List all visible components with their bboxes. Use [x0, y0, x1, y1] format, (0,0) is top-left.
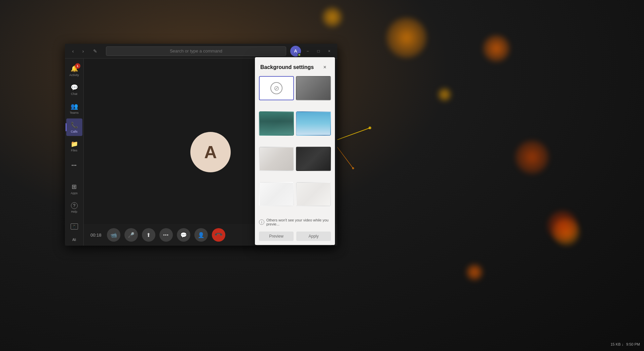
bg-thumb-dark[interactable] — [296, 147, 331, 171]
user-status-indicator — [298, 53, 301, 57]
panel-header: Background settings × — [255, 57, 335, 76]
sidebar-item-help[interactable]: ? Help — [66, 199, 82, 216]
sidebar-item-apps[interactable]: ⊞ Apps — [66, 180, 82, 198]
apply-button[interactable]: Apply — [296, 232, 331, 241]
sidebar-label-files: Files — [71, 149, 77, 152]
chat-button[interactable]: 💬 — [177, 228, 190, 242]
more-icon: ••• — [72, 163, 77, 168]
participants-button[interactable]: 👤 — [194, 228, 208, 242]
search-input[interactable] — [106, 46, 286, 56]
forward-button[interactable]: › — [79, 47, 87, 55]
sidebar-label-chat: Chat — [71, 92, 77, 96]
help-icon: ? — [71, 202, 78, 209]
panel-info: i Others won't see your video while you … — [255, 215, 335, 229]
sidebar-item-files[interactable]: 📁 Files — [66, 137, 82, 155]
panel-footer: Preview Apply — [255, 229, 335, 245]
svg-point-5 — [369, 127, 371, 129]
info-icon: i — [259, 219, 264, 225]
compose-button[interactable]: ✎ — [91, 47, 99, 55]
caller-name-sidebar: Ali — [72, 237, 76, 243]
sidebar-label-apps: Apps — [71, 191, 78, 195]
background-thumbnails-grid: ⊘ — [255, 76, 335, 215]
teams-icon: 👥 — [71, 103, 78, 110]
bg-thumb-white1[interactable] — [259, 182, 294, 206]
sidebar-label-activity: Activity — [69, 73, 79, 77]
end-call-button[interactable]: 📞 — [209, 225, 228, 245]
bg-thumb-none[interactable]: ⊘ — [259, 76, 294, 100]
sidebar-item-calls[interactable]: 📞 Calls — [66, 118, 82, 136]
kb-indicator: 15 KB ↓ — [611, 342, 624, 346]
chat-icon: 💬 — [71, 84, 78, 91]
sidebar-item-more[interactable]: ••• — [66, 157, 82, 174]
share-button[interactable]: ⬆ — [142, 228, 155, 242]
svg-line-0 — [333, 128, 370, 141]
apps-icon: ⊞ — [72, 183, 77, 190]
mute-button[interactable]: 🎤 — [124, 228, 138, 242]
nav-controls: ‹ › — [69, 47, 87, 55]
sidebar-item-chat[interactable]: 💬 Chat — [66, 81, 82, 98]
call-timer: 00:18 — [90, 233, 102, 238]
panel-close-button[interactable]: × — [320, 63, 330, 72]
bg-thumb-minimal[interactable] — [259, 147, 294, 171]
panel-title: Background settings — [260, 64, 314, 70]
sidebar-item-device[interactable]: 📱 — [66, 218, 82, 235]
sidebar-label-teams: Teams — [70, 111, 79, 114]
no-background-icon: ⊘ — [270, 82, 282, 94]
preview-button[interactable]: Preview — [259, 232, 294, 241]
back-button[interactable]: ‹ — [69, 47, 77, 55]
device-icon: 📱 — [71, 223, 78, 230]
status-bar: 15 KB ↓ 9:50 PM — [607, 338, 644, 351]
bg-thumb-white2[interactable] — [296, 182, 331, 206]
maximize-button[interactable]: □ — [314, 47, 323, 55]
svg-point-6 — [352, 167, 354, 169]
close-button[interactable]: × — [325, 47, 333, 55]
sidebar-label-help: Help — [71, 210, 77, 213]
video-button[interactable]: 📹 — [107, 228, 120, 242]
bg-thumb-gray[interactable] — [296, 76, 331, 100]
title-bar-actions: A − □ × — [290, 46, 333, 57]
files-icon: 📁 — [71, 140, 78, 148]
bg-thumb-office[interactable] — [259, 111, 294, 136]
clock: 9:50 PM — [626, 342, 640, 346]
bg-thumb-sky[interactable] — [296, 111, 331, 136]
caller-avatar: A — [190, 132, 231, 172]
sidebar: 🔔 Activity 1 💬 Chat 👥 Teams 📞 Calls 📁 Fi… — [65, 59, 84, 246]
background-settings-panel: Background settings × ⊘ — [255, 57, 335, 245]
more-options-button[interactable]: ••• — [159, 228, 173, 242]
user-avatar[interactable]: A — [290, 46, 301, 57]
sidebar-label-calls: Calls — [71, 130, 77, 133]
panel-info-text: Others won't see your video while you pr… — [266, 218, 331, 226]
calls-icon: 📞 — [71, 121, 78, 129]
title-bar: ‹ › ✎ A − □ × — [65, 44, 337, 59]
sidebar-item-activity[interactable]: 🔔 Activity 1 — [66, 62, 82, 79]
sidebar-item-teams[interactable]: 👥 Teams — [66, 100, 82, 117]
minimize-button[interactable]: − — [304, 47, 312, 55]
activity-badge: 1 — [75, 63, 80, 69]
